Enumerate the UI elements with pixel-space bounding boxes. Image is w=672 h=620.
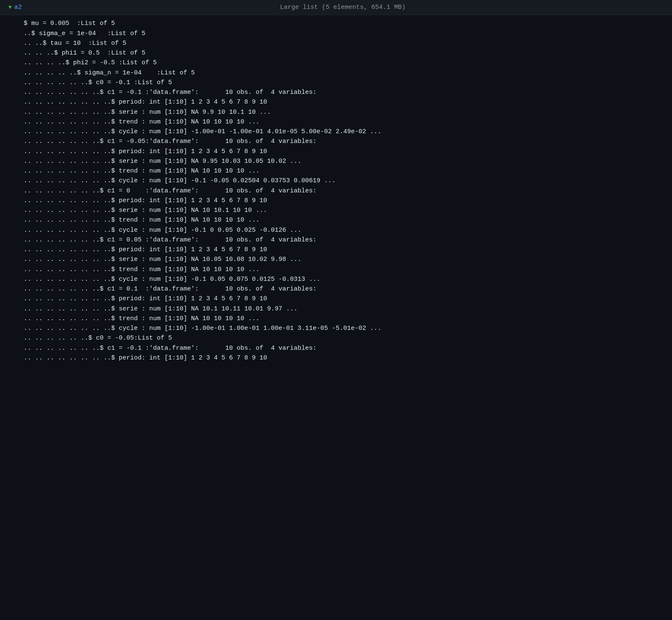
terminal-line: .. .. .. .. .. .. .. ..$ period: int [1:… [8, 245, 672, 255]
terminal-line: .. .. .. .. .. .. .. ..$ serie : num [1:… [8, 304, 672, 314]
terminal-line: .. .. .. .. .. .. ..$ c1 = 0 :'data.fram… [8, 186, 672, 196]
terminal-line: .. .. ..$ phi1 = 0.5 :List of 5 [8, 48, 672, 58]
terminal-line: .. .. .. .. .. .. .. ..$ serie : num [1:… [8, 255, 672, 264]
terminal-window: ▼ a2 Large list (5 elements, 654.1 MB) $… [0, 0, 672, 620]
terminal-line: .. .. .. .. .. .. .. ..$ serie : num [1:… [8, 156, 672, 166]
terminal-line: .. .. .. .. .. .. .. ..$ trend : num [1:… [8, 265, 672, 274]
terminal-line: .. .. .. .. .. .. .. ..$ trend : num [1:… [8, 215, 672, 225]
terminal-line: .. .. .. .. .. .. ..$ c1 = -0.1 :'data.f… [8, 88, 672, 97]
terminal-line: .. ..$ tau = 10 :List of 5 [8, 38, 672, 48]
terminal-line: $ mu = 0.005 :List of 5 [8, 19, 672, 28]
terminal-line: .. .. .. .. .. ..$ c0 = -0.05:List of 5 [8, 333, 672, 343]
terminal-line: .. .. .. .. .. .. .. ..$ trend : num [1:… [8, 314, 672, 324]
content-area: $ mu = 0.005 :List of 5 ..$ sigma_e = 1e… [0, 15, 672, 366]
terminal-line: .. .. .. .. .. .. .. ..$ period: int [1:… [8, 353, 672, 363]
title-info: Large list (5 elements, 654.1 MB) [22, 3, 664, 12]
terminal-line: .. .. .. .. .. .. ..$ c1 = 0.05 :'data.f… [8, 235, 672, 245]
terminal-line: .. .. .. .. .. .. ..$ c1 = -0.05:'data.f… [8, 137, 672, 146]
terminal-line: .. .. .. .. .. .. .. ..$ period: int [1:… [8, 294, 672, 304]
terminal-line: .. .. .. .. .. .. .. ..$ trend : num [1:… [8, 117, 672, 127]
terminal-line: .. .. .. .. .. .. ..$ c1 = -0.1 :'data.f… [8, 343, 672, 353]
object-name: ▼ a2 [8, 3, 22, 12]
terminal-line: .. .. .. .. .. .. .. ..$ period: int [1:… [8, 97, 672, 107]
terminal-line: .. .. .. .. .. .. .. ..$ cycle : num [1:… [8, 127, 672, 137]
terminal-line: .. .. .. .. .. .. .. ..$ cycle : num [1:… [8, 176, 672, 186]
terminal-line: .. .. .. .. .. .. .. ..$ serie : num [1:… [8, 107, 672, 117]
expand-icon[interactable]: ▼ [8, 3, 12, 12]
terminal-line: .. .. .. .. .. .. .. ..$ cycle : num [1:… [8, 225, 672, 235]
terminal-line: .. .. .. .. .. .. .. ..$ period: int [1:… [8, 196, 672, 206]
terminal-line: .. .. .. .. ..$ sigma_n = 1e-04 :List of… [8, 68, 672, 78]
terminal-line: .. .. .. .. .. .. .. ..$ cycle : num [1:… [8, 324, 672, 333]
terminal-line: ..$ sigma_e = 1e-04 :List of 5 [8, 29, 672, 38]
terminal-line: .. .. .. .. .. .. .. ..$ serie : num [1:… [8, 206, 672, 215]
terminal-line: .. .. .. .. .. ..$ c0 = -0.1 :List of 5 [8, 78, 672, 88]
terminal-line: .. .. .. ..$ phi2 = -0.5 :List of 5 [8, 58, 672, 68]
terminal-line: .. .. .. .. .. .. ..$ c1 = 0.1 :'data.fr… [8, 284, 672, 294]
terminal-line: .. .. .. .. .. .. .. ..$ trend : num [1:… [8, 166, 672, 176]
terminal-line: .. .. .. .. .. .. .. ..$ period: int [1:… [8, 147, 672, 156]
object-label: a2 [14, 3, 22, 12]
title-bar: ▼ a2 Large list (5 elements, 654.1 MB) [0, 0, 672, 15]
terminal-line: .. .. .. .. .. .. .. ..$ cycle : num [1:… [8, 274, 672, 284]
